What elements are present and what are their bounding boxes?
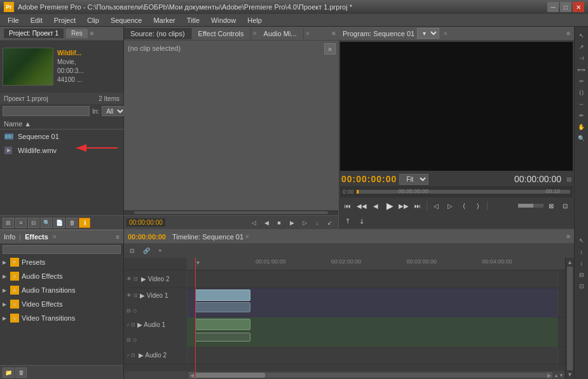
safe-margin-icon[interactable]: ⊞ — [566, 176, 571, 183]
play-button[interactable]: ▶ — [383, 199, 396, 212]
mark-in-button[interactable]: ◁ — [430, 199, 442, 212]
tool-ripple[interactable]: ⊣ — [577, 53, 587, 63]
scroll-up-button[interactable]: ▲ — [566, 258, 574, 267]
video-transitions-header[interactable]: ▶ V Video Transitions — [0, 311, 123, 325]
audio-clip[interactable] — [195, 319, 250, 330]
source-panel-menu[interactable]: ≡ — [332, 30, 338, 37]
fit-dropdown[interactable]: Fit — [399, 174, 428, 185]
effects-search-input[interactable] — [3, 245, 121, 254]
new-bin-button[interactable]: ⊞ — [3, 218, 14, 228]
step-forward-button[interactable]: ⏭ — [411, 199, 424, 212]
v1-lock-icon[interactable]: ⊡ — [133, 293, 138, 298]
source-play-back[interactable]: ◀ — [261, 218, 272, 228]
tl-tool-1[interactable]: ↖ — [577, 236, 587, 246]
source-insert[interactable]: ↓ — [311, 218, 323, 228]
new-item-button[interactable]: 📄 — [53, 218, 65, 228]
progress-track[interactable] — [357, 190, 570, 194]
add-tracks-button[interactable]: + — [154, 246, 166, 256]
source-mark-in[interactable]: ◁ — [248, 218, 259, 228]
source-stop[interactable]: ■ — [273, 218, 285, 228]
tl-tool-4[interactable]: ⊟ — [577, 270, 587, 280]
panel-menu-icon[interactable]: ≡ — [90, 30, 94, 37]
tool-slide[interactable]: ↔ — [577, 99, 587, 109]
close-button[interactable]: ✕ — [573, 2, 584, 12]
source-mark-out[interactable]: ▷ — [299, 218, 310, 228]
scroll-right-button[interactable]: ▶ — [546, 372, 552, 378]
list-item[interactable]: Sequence 01 — [0, 130, 123, 143]
a2-mute-icon[interactable]: ♪ — [126, 352, 129, 358]
menu-clip[interactable]: Clip — [82, 15, 104, 25]
tool-pen[interactable]: ✏ — [577, 110, 587, 121]
extract-button[interactable]: ⤓ — [355, 215, 368, 228]
tl-tool-2[interactable]: ↕ — [577, 247, 587, 257]
lift-button[interactable]: ⤒ — [341, 215, 354, 228]
program-dropdown[interactable]: ▾ — [417, 28, 439, 39]
audio-effects-header[interactable]: ▶ A Audio Effects — [0, 269, 123, 283]
effects-delete-button[interactable]: 🗑 — [15, 368, 27, 378]
go-to-in-button[interactable]: ⟨ — [458, 199, 470, 212]
tool-hand[interactable]: ✋ — [577, 122, 587, 132]
tool-rate[interactable]: ⟺ — [577, 65, 587, 75]
zoom-out-icon[interactable]: ▲ — [554, 373, 559, 378]
in-dropdown[interactable]: All — [102, 106, 126, 116]
output-button[interactable]: ⊡ — [559, 199, 571, 212]
menu-title[interactable]: Title — [182, 15, 205, 25]
source-scrollbar-thumb[interactable] — [134, 211, 328, 214]
effect-controls-tab[interactable]: Effect Controls — [192, 28, 251, 39]
horizontal-scrollbar[interactable] — [195, 373, 546, 378]
play-back-button[interactable]: ◀ — [369, 199, 382, 212]
video-clip[interactable] — [195, 289, 250, 301]
tool-select[interactable]: ↖ — [577, 30, 587, 41]
frame-forward-button[interactable]: ▶▶ — [397, 199, 410, 212]
properties-button[interactable]: ℹ — [79, 218, 90, 228]
program-panel-menu[interactable]: ≡ — [566, 30, 570, 37]
effects-new-button[interactable]: 📁 — [3, 368, 14, 378]
source-settings-button[interactable]: » — [324, 43, 336, 55]
source-overlay[interactable]: ↙ — [324, 218, 336, 228]
scroll-down-button[interactable]: ▼ — [566, 370, 574, 379]
tl-tool-3[interactable]: ↕ — [577, 258, 587, 269]
scroll-left-button[interactable]: ◀ — [189, 372, 195, 378]
menu-window[interactable]: Window — [206, 15, 241, 25]
effect-controls-close[interactable]: ✕ — [252, 30, 257, 37]
safe-margins-button[interactable]: ⊠ — [545, 199, 557, 212]
audio-mixer-tab[interactable]: Audio Mi... — [257, 28, 304, 39]
tool-zoom[interactable]: 🔍 — [577, 133, 587, 143]
frame-back-button[interactable]: ◀◀ — [355, 199, 368, 212]
v2-lock-icon[interactable]: ⊡ — [133, 276, 138, 282]
menu-marker[interactable]: Marker — [148, 15, 180, 25]
tool-razor[interactable]: ✂ — [577, 76, 587, 86]
linked-button[interactable]: 🔗 — [140, 246, 152, 256]
info-tab[interactable]: Info — [4, 233, 15, 241]
delete-button[interactable]: 🗑 — [66, 218, 78, 228]
video-clip-fx[interactable] — [195, 302, 250, 312]
a1-mute-icon[interactable]: ♪ — [126, 322, 129, 328]
video-effects-header[interactable]: ▶ V Video Effects — [0, 297, 123, 311]
audio-mixer-close[interactable]: ✕ — [305, 30, 310, 37]
program-progress-bar[interactable]: 0:00 00:05:00:00 00:10 — [340, 186, 573, 197]
menu-project[interactable]: Project — [49, 15, 81, 25]
tl-tool-5[interactable]: ⊡ — [577, 281, 587, 291]
tool-track-select[interactable]: ↗ — [577, 42, 587, 52]
search-input[interactable] — [3, 106, 90, 116]
list-item[interactable]: Wildlife.wmv — [0, 143, 123, 157]
menu-help[interactable]: Help — [242, 15, 267, 25]
audio-clip-2[interactable] — [195, 333, 250, 342]
effects-panel-menu[interactable]: ≡ — [116, 234, 120, 241]
snap-button[interactable]: ⊡ — [126, 246, 138, 256]
audio-transitions-header[interactable]: ▶ A Audio Transitions — [0, 283, 123, 297]
v1-eye-icon[interactable]: 👁 — [126, 293, 132, 298]
timeline-close[interactable]: ✕ — [245, 234, 250, 240]
a1-lock-icon[interactable]: ⊡ — [131, 322, 135, 328]
a1-sub-icon2[interactable]: ◇ — [133, 337, 137, 343]
a2-lock-icon[interactable]: ⊡ — [131, 352, 135, 358]
minimize-button[interactable]: ─ — [547, 2, 559, 12]
v2-eye-icon[interactable]: 👁 — [126, 276, 132, 282]
menu-sequence[interactable]: Sequence — [106, 15, 147, 25]
project-tab[interactable]: Project: Проект 1 — [4, 29, 64, 38]
program-close[interactable]: ✕ — [443, 30, 448, 37]
icon-view-button[interactable]: ⊟ — [28, 218, 39, 228]
tool-slip[interactable]: ⟨⟩ — [577, 88, 587, 98]
list-view-button[interactable]: ≡ — [15, 218, 27, 228]
presets-header[interactable]: ▶ P Presets — [0, 255, 123, 269]
